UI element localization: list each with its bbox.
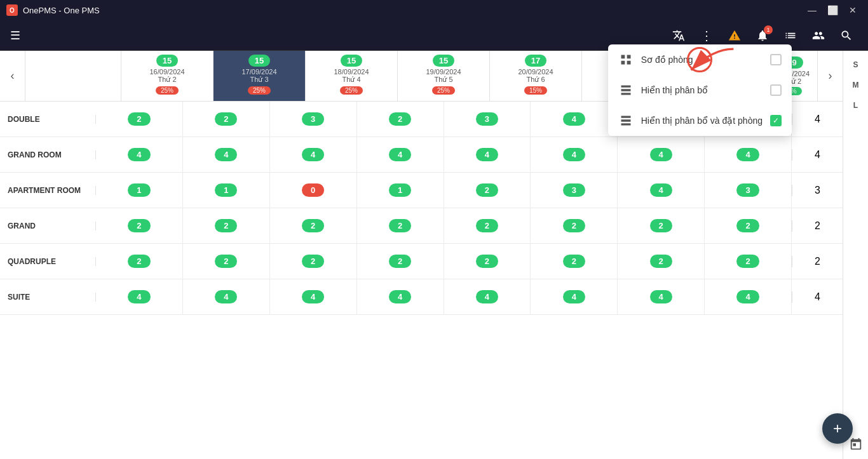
cell-value: 2 xyxy=(302,255,324,268)
menu-icon[interactable]: ☰ xyxy=(10,29,20,43)
room-cell[interactable]: 0 xyxy=(270,173,357,208)
cell-value: 4 xyxy=(215,290,237,303)
room-cell[interactable]: 4 xyxy=(96,137,183,172)
room-cell[interactable]: 2 xyxy=(270,244,357,279)
room-cell[interactable]: 2 xyxy=(618,208,705,243)
cell-value: 1 xyxy=(128,183,150,197)
room-cell[interactable]: 4 xyxy=(618,279,705,314)
bell-button[interactable]: 1 xyxy=(751,24,774,47)
warning-button[interactable] xyxy=(723,24,746,47)
room-cell[interactable]: 3 xyxy=(444,102,531,136)
cell-value: 2 xyxy=(476,183,498,197)
list-view-button[interactable] xyxy=(779,24,802,47)
room-cell[interactable]: 1 xyxy=(357,173,444,208)
room-cell[interactable]: 2 xyxy=(531,208,618,243)
room-cell[interactable]: 4 xyxy=(357,137,444,172)
cell-value: 4 xyxy=(736,290,759,303)
room-cell[interactable]: 4 xyxy=(96,279,183,314)
room-cell[interactable]: 2 xyxy=(357,208,444,243)
room-cell[interactable]: 4 xyxy=(357,279,444,314)
next-nav[interactable]: › xyxy=(817,51,843,101)
translate-button[interactable] xyxy=(667,24,690,47)
room-cell[interactable]: 4 xyxy=(618,173,705,208)
search-button[interactable] xyxy=(835,24,858,47)
room-cell[interactable]: 4 xyxy=(705,137,792,172)
room-cell[interactable]: 4 xyxy=(531,137,618,172)
room-cell[interactable]: 2 xyxy=(183,244,270,279)
room-cell[interactable]: 2 xyxy=(96,208,183,243)
cell-value: 2 xyxy=(215,219,237,232)
room-row: GRAND222222222 xyxy=(0,208,843,244)
cell-value: 2 xyxy=(650,219,672,232)
room-name-label: DOUBLE xyxy=(0,115,96,124)
date-col-1: 1517/09/2024Thứ 325% xyxy=(214,51,306,101)
room-cell[interactable]: 2 xyxy=(444,208,531,243)
room-cell[interactable]: 4 xyxy=(531,102,618,136)
room-cell[interactable]: 4 xyxy=(183,279,270,314)
room-cell[interactable]: 4 xyxy=(270,279,357,314)
room-cell[interactable]: 4 xyxy=(183,137,270,172)
dropdown-item-hien-thi-phan-bo-va-dat-phong[interactable]: Hiển thị phân bổ và đặt phòng✓ xyxy=(608,105,792,136)
room-cell[interactable]: 4 xyxy=(270,137,357,172)
calendar-icon[interactable] xyxy=(849,437,863,451)
minimize-button[interactable]: — xyxy=(803,1,821,19)
room-right-cell: 4 xyxy=(792,114,843,125)
so-do-phong-check xyxy=(770,54,782,65)
cell-value: 4 xyxy=(476,290,498,303)
room-cell[interactable]: 2 xyxy=(531,244,618,279)
side-panel: S M L xyxy=(843,51,868,459)
size-l-button[interactable]: L xyxy=(846,96,866,114)
date-col-0: 1516/09/2024Thứ 225% xyxy=(121,51,214,101)
room-cell[interactable]: 2 xyxy=(618,244,705,279)
more-button[interactable]: ⋮ xyxy=(695,24,718,47)
room-cell[interactable]: 2 xyxy=(183,208,270,243)
size-m-button[interactable]: M xyxy=(846,76,866,94)
dropdown-item-hien-thi-phan-bo[interactable]: Hiển thị phân bổ xyxy=(608,75,792,105)
close-button[interactable]: ✕ xyxy=(844,1,862,19)
dropdown-item-so-do-phong[interactable]: Sơ đồ phòng xyxy=(608,44,792,75)
room-cell[interactable]: 2 xyxy=(96,102,183,136)
dropdown-menu: Sơ đồ phòng Hiển thị phân bổ Hiển thị ph… xyxy=(608,44,792,136)
room-cell[interactable]: 2 xyxy=(444,173,531,208)
size-s-button[interactable]: S xyxy=(846,56,866,74)
topbar-icons: ⋮ 1 xyxy=(667,24,858,47)
cell-value: 4 xyxy=(650,290,672,303)
room-cell[interactable]: 2 xyxy=(357,102,444,136)
titlebar: O OnePMS - One PMS — ⬜ ✕ xyxy=(0,0,868,20)
room-cell[interactable]: 4 xyxy=(618,137,705,172)
bell-badge: 1 xyxy=(764,25,773,34)
maximize-button[interactable]: ⬜ xyxy=(824,1,841,19)
cell-value: 2 xyxy=(389,219,411,232)
room-cell[interactable]: 3 xyxy=(705,173,792,208)
room-cell[interactable]: 2 xyxy=(183,102,270,136)
room-cell[interactable]: 2 xyxy=(96,244,183,279)
date-col-4: 1720/09/2024Thứ 615% xyxy=(490,51,582,101)
hien-thi-phan-bo-va-dat-phong-icon xyxy=(618,113,634,128)
room-cell[interactable]: 2 xyxy=(705,208,792,243)
fab-button[interactable]: + xyxy=(822,413,853,444)
account-button[interactable] xyxy=(807,24,830,47)
room-cell[interactable]: 3 xyxy=(270,102,357,136)
room-cells: 22222222 xyxy=(96,208,792,243)
titlebar-left: O OnePMS - One PMS xyxy=(6,4,100,16)
room-cell[interactable]: 2 xyxy=(705,244,792,279)
room-cell[interactable]: 3 xyxy=(531,173,618,208)
right-cell-value: 2 xyxy=(815,220,820,232)
room-cell[interactable]: 2 xyxy=(270,208,357,243)
room-cell[interactable]: 2 xyxy=(444,244,531,279)
cell-value: 4 xyxy=(476,148,498,161)
right-cell-value: 4 xyxy=(815,291,820,303)
so-do-phong-label: Sơ đồ phòng xyxy=(641,55,693,65)
room-cell[interactable]: 4 xyxy=(705,279,792,314)
right-cell-value: 4 xyxy=(815,149,820,161)
room-cell[interactable]: 4 xyxy=(444,137,531,172)
right-cell-value: 3 xyxy=(815,185,820,196)
hien-thi-phan-bo-check xyxy=(770,84,782,96)
room-cell[interactable]: 4 xyxy=(531,279,618,314)
room-cell[interactable]: 1 xyxy=(183,173,270,208)
room-cell[interactable]: 1 xyxy=(96,173,183,208)
prev-nav[interactable]: ‹ xyxy=(0,51,25,101)
room-cells: 44444444 xyxy=(96,137,792,172)
room-cell[interactable]: 4 xyxy=(444,279,531,314)
room-cell[interactable]: 2 xyxy=(357,244,444,279)
